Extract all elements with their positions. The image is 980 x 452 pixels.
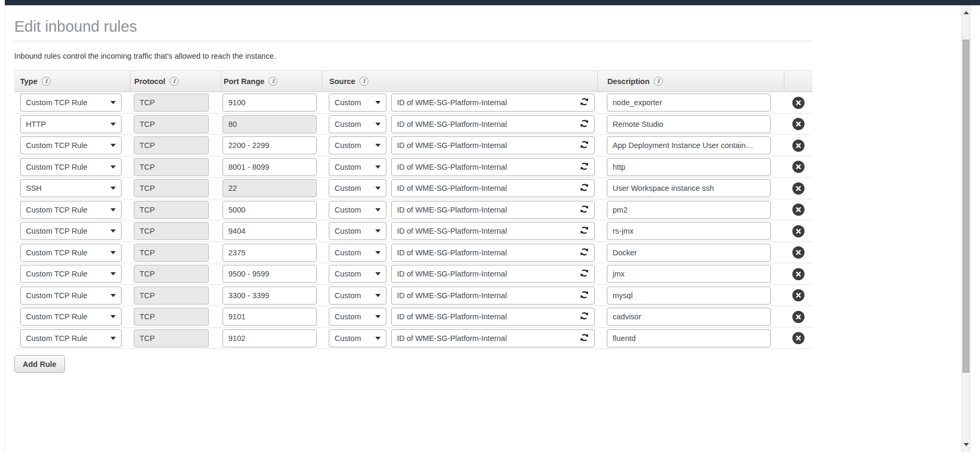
source-mode-select[interactable]: Custom — [329, 158, 386, 176]
type-select[interactable]: HTTP — [20, 115, 122, 133]
source-input[interactable]: ID of WME-SG-Platform-Internal — [391, 287, 595, 305]
refresh-icon[interactable] — [580, 247, 589, 258]
source-input[interactable]: ID of WME-SG-Platform-Internal — [391, 222, 595, 240]
refresh-icon[interactable] — [580, 162, 589, 172]
description-input[interactable]: User Workspace instance ssh — [607, 179, 771, 197]
scrollbar[interactable] — [961, 5, 970, 452]
add-rule-button[interactable]: Add Rule — [14, 355, 65, 373]
port-range-input[interactable]: 2200 - 2299 — [223, 136, 317, 154]
description-info-icon[interactable]: i — [654, 77, 663, 86]
protocol-info-icon[interactable]: i — [170, 77, 179, 86]
delete-rule-button[interactable] — [792, 225, 805, 237]
refresh-icon[interactable] — [580, 140, 589, 151]
refresh-icon[interactable] — [580, 205, 589, 215]
refresh-icon[interactable] — [580, 119, 589, 130]
description-input[interactable]: mysql — [607, 287, 771, 305]
type-cell: Custom TCP Rule — [14, 136, 130, 154]
source-mode-select[interactable]: Custom — [329, 222, 386, 240]
refresh-icon[interactable] — [580, 311, 589, 322]
delete-rule-button[interactable] — [792, 97, 805, 109]
type-select[interactable]: Custom TCP Rule — [20, 329, 122, 347]
type-select[interactable]: Custom TCP Rule — [20, 201, 122, 219]
source-input[interactable]: ID of WME-SG-Platform-Internal — [391, 158, 595, 176]
chevron-down-icon — [110, 337, 116, 340]
description-input[interactable]: Docker — [607, 244, 771, 262]
delete-rule-button[interactable] — [792, 161, 805, 173]
source-mode-select[interactable]: Custom — [329, 287, 386, 305]
delete-rule-button[interactable] — [792, 268, 805, 280]
type-select[interactable]: Custom TCP Rule — [20, 308, 122, 326]
description-input[interactable]: fluentd — [607, 329, 771, 347]
type-select[interactable]: Custom TCP Rule — [20, 287, 122, 305]
delete-rule-button[interactable] — [792, 332, 805, 344]
source-mode-select[interactable]: Custom — [329, 265, 386, 283]
source-mode-select[interactable]: Custom — [329, 94, 386, 112]
description-input[interactable]: rs-jmx — [607, 222, 771, 240]
source-mode-select[interactable]: Custom — [329, 201, 386, 219]
source-input[interactable]: ID of WME-SG-Platform-Internal — [391, 136, 595, 154]
description-input[interactable]: pm2 — [607, 201, 771, 219]
refresh-icon[interactable] — [580, 269, 589, 279]
type-select[interactable]: Custom TCP Rule — [20, 244, 122, 262]
refresh-icon[interactable] — [580, 226, 589, 236]
delete-cell — [784, 97, 812, 109]
source-input[interactable]: ID of WME-SG-Platform-Internal — [391, 94, 595, 112]
source-info-icon[interactable]: i — [359, 77, 368, 86]
source-mode-select[interactable]: Custom — [329, 179, 386, 197]
chevron-down-icon — [375, 187, 381, 190]
port-range-input[interactable]: 9500 - 9599 — [223, 265, 317, 283]
delete-cell — [784, 332, 812, 344]
scrollbar-up-button[interactable] — [962, 6, 970, 19]
refresh-icon[interactable] — [580, 183, 589, 193]
refresh-icon[interactable] — [580, 290, 589, 301]
port-range-input[interactable]: 9102 — [223, 329, 317, 347]
source-input[interactable]: ID of WME-SG-Platform-Internal — [391, 329, 595, 347]
source-mode-select[interactable]: Custom — [329, 308, 386, 326]
type-select[interactable]: Custom TCP Rule — [20, 222, 122, 240]
description-input[interactable]: node_exporter — [607, 94, 771, 112]
description-input[interactable]: cadvisor — [607, 308, 771, 326]
description-input[interactable]: Remote Studio — [607, 115, 771, 133]
source-input[interactable]: ID of WME-SG-Platform-Internal — [391, 244, 595, 262]
port-range-input[interactable]: 9100 — [223, 94, 317, 112]
delete-rule-button[interactable] — [792, 182, 805, 195]
port-range-info-icon[interactable]: i — [269, 77, 278, 86]
delete-rule-button[interactable] — [792, 289, 805, 301]
type-info-icon[interactable]: i — [42, 77, 51, 86]
port-range-input[interactable]: 9101 — [223, 308, 317, 326]
type-select[interactable]: SSH — [20, 179, 122, 197]
description-input[interactable]: App Deployment Instance User contain… — [607, 136, 771, 154]
delete-rule-button[interactable] — [792, 311, 805, 323]
port-range-input[interactable]: 8001 - 8099 — [223, 158, 317, 176]
source-input[interactable]: ID of WME-SG-Platform-Internal — [391, 179, 595, 197]
port-range-input[interactable]: 2375 — [223, 244, 317, 262]
type-select[interactable]: Custom TCP Rule — [20, 265, 122, 283]
description-input[interactable]: http — [607, 158, 771, 176]
source-input[interactable]: ID of WME-SG-Platform-Internal — [391, 265, 595, 283]
source-mode-select[interactable]: Custom — [329, 136, 386, 154]
port-range-input[interactable]: 9404 — [223, 222, 317, 240]
scrollbar-thumb[interactable] — [963, 40, 969, 373]
type-cell: Custom TCP Rule — [14, 329, 130, 347]
source-input[interactable]: ID of WME-SG-Platform-Internal — [391, 308, 595, 326]
delete-rule-button[interactable] — [792, 118, 805, 130]
source-mode-select[interactable]: Custom — [329, 329, 386, 347]
source-value: ID of WME-SG-Platform-Internal — [397, 163, 507, 171]
delete-rule-button[interactable] — [792, 246, 805, 259]
protocol-input: TCP — [134, 179, 209, 197]
refresh-icon[interactable] — [580, 333, 589, 344]
port-range-input[interactable]: 5000 — [223, 201, 317, 219]
source-mode-select[interactable]: Custom — [329, 115, 386, 133]
refresh-icon[interactable] — [580, 97, 589, 108]
delete-rule-button[interactable] — [792, 204, 805, 216]
source-input[interactable]: ID of WME-SG-Platform-Internal — [391, 201, 595, 219]
type-select[interactable]: Custom TCP Rule — [20, 94, 122, 112]
source-mode-select[interactable]: Custom — [329, 244, 386, 262]
type-select[interactable]: Custom TCP Rule — [20, 136, 122, 154]
type-select[interactable]: Custom TCP Rule — [20, 158, 122, 176]
delete-rule-button[interactable] — [792, 140, 805, 152]
port-range-input[interactable]: 3300 - 3399 — [223, 287, 317, 305]
scrollbar-down-button[interactable] — [962, 438, 970, 451]
source-input[interactable]: ID of WME-SG-Platform-Internal — [391, 115, 595, 133]
description-input[interactable]: jmx — [607, 265, 771, 283]
